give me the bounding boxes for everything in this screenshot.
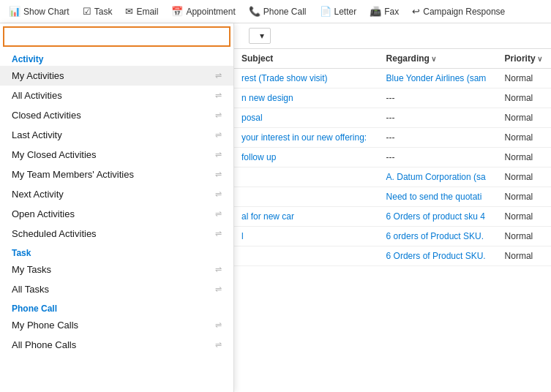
cell-regarding[interactable]: Need to send the quotati <box>379 187 498 207</box>
cell-regarding[interactable]: Blue Yonder Airlines (sam <box>379 69 498 88</box>
toolbar-btn-label-letter: Letter <box>334 7 357 17</box>
toolbar-btn-label-email: Email <box>136 7 158 17</box>
toolbar-btn-label-show-chart: Show Chart <box>23 7 70 17</box>
toolbar-btn-phone-call[interactable]: 📞Phone Call <box>243 1 312 22</box>
dropdown-item-all-activities[interactable]: All Activities⇌ <box>0 86 233 105</box>
cell-regarding[interactable]: 6 Orders of product sku 4 <box>379 207 498 227</box>
dropdown-item-label-my-activities: My Activities <box>12 70 64 81</box>
cell-priority: Normal <box>498 227 551 246</box>
cell-subject: al for new car <box>234 207 379 227</box>
dropdown-item-label-open-activities: Open Activities <box>12 208 75 219</box>
cell-subject <box>234 187 379 207</box>
pin-icon-scheduled-activities: ⇌ <box>215 229 222 238</box>
dropdown-item-label-my-team-members-activities: My Team Members' Activities <box>12 169 134 180</box>
col-header-priority[interactable]: Priority∨ <box>498 49 551 69</box>
dropdown-item-last-activity[interactable]: Last Activity⇌ <box>0 125 233 145</box>
dropdown-item-label-my-closed-activities: My Closed Activities <box>12 149 97 160</box>
dropdown-scrollable[interactable]: ActivityMy Activities⇌All Activities⇌Clo… <box>0 50 233 392</box>
col-header-regarding[interactable]: Regarding∨ <box>379 49 498 69</box>
toolbar-btn-fax[interactable]: 📠Fax <box>364 1 405 22</box>
cell-regarding[interactable]: 6 orders of Product SKU. <box>379 227 498 246</box>
dropdown-item-label-all-tasks: All Tasks <box>12 284 49 295</box>
toolbar-btn-email[interactable]: ✉Email <box>119 1 164 22</box>
dropdown-item-my-team-members-activities[interactable]: My Team Members' Activities⇌ <box>0 165 233 184</box>
dropdown-item-next-activity[interactable]: Next Activity⇌ <box>0 184 233 204</box>
pin-icon-my-phone-calls: ⇌ <box>215 320 222 330</box>
pin-icon-closed-activities: ⇌ <box>215 110 222 120</box>
main-area: ActivityMy Activities⇌All Activities⇌Clo… <box>0 23 551 392</box>
table-row[interactable]: rest (Trade show visit)Blue Yonder Airli… <box>234 69 551 88</box>
dropdown-item-all-phone-calls[interactable]: All Phone Calls⇌ <box>0 335 233 355</box>
dropdown-item-label-my-phone-calls: My Phone Calls <box>12 320 78 331</box>
table-row[interactable]: A. Datum Corporation (saNormal <box>234 167 551 187</box>
toolbar-btn-task[interactable]: ☑Task <box>77 1 119 22</box>
pin-icon-my-closed-activities: ⇌ <box>215 150 222 159</box>
filter-type-dropdown[interactable]: ▾ <box>249 28 271 44</box>
table-row[interactable]: posal---Normal <box>234 108 551 128</box>
cell-priority: Normal <box>498 207 551 227</box>
filter-chevron-icon: ▾ <box>260 31 264 41</box>
pin-icon-all-activities: ⇌ <box>215 91 222 100</box>
dropdown-header[interactable] <box>3 26 230 47</box>
cell-subject: your interest in our new offering: <box>234 128 379 148</box>
right-content: ▾ SubjectRegarding∨Priority∨ rest (Trade… <box>234 23 551 392</box>
dropdown-item-my-tasks[interactable]: My Tasks⇌ <box>0 260 233 279</box>
pin-icon-open-activities: ⇌ <box>215 209 222 219</box>
toolbar-btn-label-phone-call: Phone Call <box>263 7 307 17</box>
letter-icon: 📄 <box>320 6 331 17</box>
dropdown-item-all-tasks[interactable]: All Tasks⇌ <box>0 279 233 299</box>
toolbar-btn-appointment[interactable]: 📅Appointment <box>165 1 241 22</box>
table-row[interactable]: l6 orders of Product SKU.Normal <box>234 227 551 246</box>
fax-icon: 📠 <box>370 6 381 17</box>
pin-icon-my-team-members-activities: ⇌ <box>215 170 222 179</box>
table-row[interactable]: n new design---Normal <box>234 88 551 108</box>
cell-priority: Normal <box>498 148 551 167</box>
appointment-icon: 📅 <box>171 6 183 17</box>
sort-icon-regarding: ∨ <box>431 55 436 63</box>
cell-subject: rest (Trade show visit) <box>234 69 379 88</box>
toolbar-btn-letter[interactable]: 📄Letter <box>314 1 363 22</box>
cell-subject: posal <box>234 108 379 128</box>
pin-icon-all-tasks: ⇌ <box>215 284 222 294</box>
dropdown-item-closed-activities[interactable]: Closed Activities⇌ <box>0 105 233 125</box>
cell-regarding: --- <box>379 108 498 128</box>
table-row[interactable]: Need to send the quotatiNormal <box>234 187 551 207</box>
pin-icon-next-activity: ⇌ <box>215 189 222 199</box>
pin-icon-my-tasks: ⇌ <box>215 265 222 274</box>
cell-priority: Normal <box>498 69 551 88</box>
toolbar-btn-show-chart[interactable]: 📊Show Chart <box>3 1 75 22</box>
table-row[interactable]: your interest in our new offering:---Nor… <box>234 128 551 148</box>
dropdown-item-label-last-activity: Last Activity <box>12 129 62 140</box>
cell-regarding: --- <box>379 128 498 148</box>
table-row[interactable]: al for new car6 Orders of product sku 4N… <box>234 207 551 227</box>
data-table: SubjectRegarding∨Priority∨ rest (Trade s… <box>234 49 551 392</box>
cell-regarding[interactable]: A. Datum Corporation (sa <box>379 167 498 187</box>
dropdown-item-label-all-activities: All Activities <box>12 90 62 101</box>
dropdown-item-my-activities[interactable]: My Activities⇌ <box>0 66 233 86</box>
cell-subject <box>234 167 379 187</box>
cell-subject <box>234 246 379 266</box>
cell-priority: Normal <box>498 88 551 108</box>
pin-icon-all-phone-calls: ⇌ <box>215 340 222 350</box>
dropdown-item-scheduled-activities[interactable]: Scheduled Activities⇌ <box>0 224 233 244</box>
cell-priority: Normal <box>498 128 551 148</box>
cell-priority: Normal <box>498 167 551 187</box>
cell-subject: n new design <box>234 88 379 108</box>
toolbar-btn-campaign-response[interactable]: ↩Campaign Response <box>406 1 511 22</box>
campaign-response-icon: ↩ <box>412 6 420 17</box>
table-row[interactable]: follow up---Normal <box>234 148 551 167</box>
email-icon: ✉ <box>125 6 133 17</box>
cell-regarding[interactable]: 6 Orders of Product SKU. <box>379 246 498 266</box>
dropdown-item-my-phone-calls[interactable]: My Phone Calls⇌ <box>0 315 233 335</box>
cell-regarding: --- <box>379 148 498 167</box>
dropdown-item-open-activities[interactable]: Open Activities⇌ <box>0 204 233 224</box>
section-label-activity: Activity <box>0 50 233 66</box>
dropdown-item-my-closed-activities[interactable]: My Closed Activities⇌ <box>0 145 233 165</box>
table-row[interactable]: 6 Orders of Product SKU.Normal <box>234 246 551 266</box>
col-header-subject: Subject <box>234 49 379 69</box>
table-header-row: SubjectRegarding∨Priority∨ <box>234 49 551 69</box>
pin-icon-my-activities: ⇌ <box>215 71 222 80</box>
toolbar-btn-label-campaign-response: Campaign Response <box>423 7 505 17</box>
dropdown-item-label-closed-activities: Closed Activities <box>12 110 81 121</box>
dropdown-panel: ActivityMy Activities⇌All Activities⇌Clo… <box>0 23 234 392</box>
